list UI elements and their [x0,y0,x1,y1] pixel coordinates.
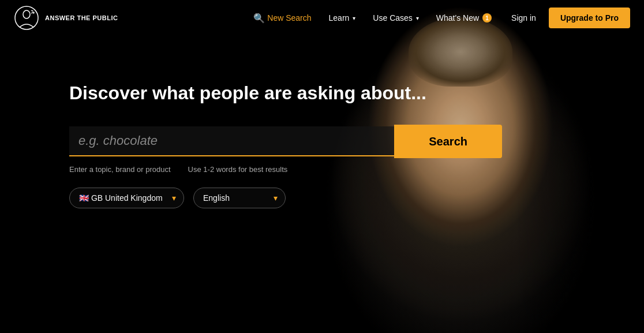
language-dropdown-wrapper: English French German Spanish Italian [193,188,286,208]
country-select[interactable]: 🇬🇧 GB United Kingdom 🇺🇸 US United States… [69,188,184,208]
whats-new-nav-link[interactable]: What's New 1 [429,9,499,27]
use-cases-chevron-icon: ▾ [416,15,419,21]
country-dropdown-wrapper: 🇬🇧 GB United Kingdom 🇺🇸 US United States… [69,188,184,208]
language-select[interactable]: English French German Spanish Italian [193,188,286,208]
search-hint-words: Use 1-2 words for best results [188,165,288,174]
upgrade-button[interactable]: Upgrade to Pro [549,8,630,28]
logo[interactable]: ANSWER THE PUBLIC [14,5,118,31]
main-content: Discover what people are asking about...… [0,36,644,208]
dropdown-row: 🇬🇧 GB United Kingdom 🇺🇸 US United States… [69,188,644,208]
learn-nav-link[interactable]: Learn ▾ [322,9,363,27]
signin-link[interactable]: Sign in [502,9,545,27]
search-row: Search [69,125,502,158]
search-hint-topic: Enter a topic, brand or product [69,165,171,174]
logo-text: ANSWER THE PUBLIC [45,14,118,22]
new-search-nav-link[interactable]: 🔍 New Search [246,8,318,28]
svg-point-0 [15,6,38,29]
use-cases-nav-link[interactable]: Use Cases ▾ [366,9,425,27]
search-input-wrap [69,126,394,156]
search-input[interactable] [69,126,394,156]
svg-point-1 [23,10,30,18]
navbar: ANSWER THE PUBLIC 🔍 New Search Learn ▾ U… [0,0,644,36]
learn-chevron-icon: ▾ [353,15,355,21]
whats-new-badge: 1 [482,13,492,23]
search-icon-nav: 🔍 [253,13,265,24]
search-button[interactable]: Search [394,125,502,158]
logo-icon [14,5,39,31]
nav-links: 🔍 New Search Learn ▾ Use Cases ▾ What's … [246,8,630,28]
search-hints: Enter a topic, brand or product Use 1-2 … [69,165,644,174]
hero-headline: Discover what people are asking about... [69,82,462,104]
